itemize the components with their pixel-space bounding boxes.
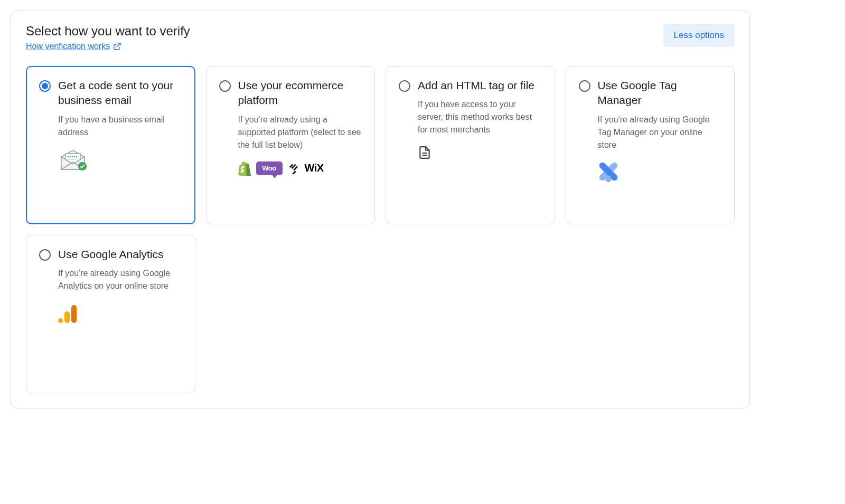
card-title: Use Google Tag Manager bbox=[598, 78, 722, 108]
less-options-button[interactable]: Less options bbox=[663, 24, 735, 47]
option-card-email[interactable]: Get a code sent to your business email I… bbox=[26, 66, 195, 224]
options-grid: Get a code sent to your business email I… bbox=[26, 66, 735, 393]
card-icon-area bbox=[58, 302, 182, 323]
card-body: Get a code sent to your business email I… bbox=[58, 78, 182, 170]
radio-button[interactable] bbox=[219, 80, 231, 92]
card-desc: If you're already using Google Analytics… bbox=[58, 267, 182, 292]
card-body: Use Google Analytics If you're already u… bbox=[58, 247, 182, 323]
card-icon-area bbox=[58, 148, 182, 170]
card-desc: If you're already using a supported plat… bbox=[238, 113, 362, 151]
envelope-check-icon bbox=[58, 148, 88, 170]
card-icon-area bbox=[598, 161, 722, 182]
option-card-ga[interactable]: Use Google Analytics If you're already u… bbox=[26, 235, 195, 393]
card-body: Use your ecommerce platform If you're al… bbox=[238, 78, 362, 176]
card-desc: If you're already using Google Tag Manag… bbox=[598, 113, 722, 151]
header-left: Select how you want to verify How verifi… bbox=[26, 24, 190, 51]
help-link-text: How verification works bbox=[26, 42, 110, 51]
card-title: Add an HTML tag or file bbox=[418, 78, 542, 93]
page-title: Select how you want to verify bbox=[26, 24, 190, 39]
card-body: Add an HTML tag or file If you have acce… bbox=[418, 78, 542, 159]
card-title: Get a code sent to your business email bbox=[58, 78, 182, 108]
card-desc: If you have access to your server, this … bbox=[418, 98, 542, 136]
radio-button[interactable] bbox=[399, 80, 410, 92]
card-desc: If you have a business email address bbox=[58, 113, 182, 139]
card-title: Use your ecommerce platform bbox=[238, 78, 362, 108]
radio-button[interactable] bbox=[39, 249, 51, 261]
option-card-ecommerce[interactable]: Use your ecommerce platform If you're al… bbox=[206, 66, 375, 224]
how-verification-works-link[interactable]: How verification works bbox=[26, 42, 190, 51]
card-icon-area bbox=[418, 146, 542, 159]
card-title: Use Google Analytics bbox=[58, 247, 182, 262]
platform-logos: Woo WiX bbox=[238, 161, 362, 176]
svg-point-8 bbox=[78, 162, 87, 170]
svg-line-0 bbox=[117, 43, 120, 47]
option-card-html[interactable]: Add an HTML tag or file If you have acce… bbox=[386, 66, 555, 224]
shopify-icon bbox=[238, 161, 251, 176]
verification-panel: Select how you want to verify How verifi… bbox=[11, 11, 750, 408]
wix-icon: WiX bbox=[305, 162, 324, 174]
option-card-gtm[interactable]: Use Google Tag Manager If you're already… bbox=[566, 66, 735, 224]
woocommerce-icon: Woo bbox=[256, 161, 283, 175]
radio-button[interactable] bbox=[579, 80, 590, 92]
woo-label: Woo bbox=[262, 164, 276, 172]
file-icon bbox=[418, 146, 431, 159]
squarespace-icon bbox=[288, 163, 299, 174]
header-row: Select how you want to verify How verifi… bbox=[26, 24, 735, 51]
svg-point-13 bbox=[605, 176, 612, 182]
card-body: Use Google Tag Manager If you're already… bbox=[598, 78, 722, 182]
radio-button[interactable] bbox=[39, 80, 51, 92]
external-link-icon bbox=[113, 42, 121, 51]
google-tag-manager-icon bbox=[598, 161, 619, 182]
google-analytics-icon bbox=[58, 302, 79, 323]
